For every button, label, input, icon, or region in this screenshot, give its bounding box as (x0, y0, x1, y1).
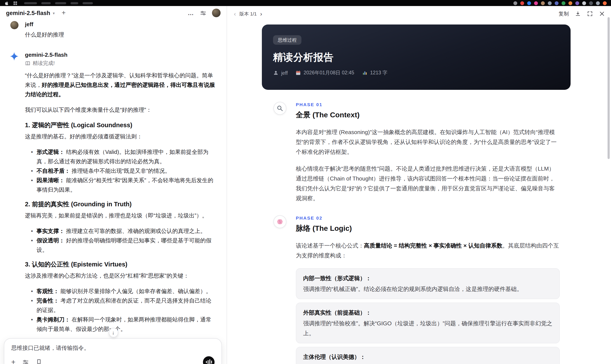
assistant-paragraph: 我们可以从以下四个维度来衡量什么是“好的推理”： (25, 105, 215, 115)
grid-icon[interactable] (13, 1, 18, 5)
bullet-item: 不自相矛盾： 推理链条中不能出现“既是又非”的情况。 (31, 166, 215, 176)
report-header-card: 思维过程 精读分析报告 jeff 2026年01月08日 02:45 (262, 25, 571, 90)
status-app-icon-10[interactable] (575, 1, 579, 5)
artifact-toolbar: ‹ 版本 1/1 › 复制 (227, 7, 611, 20)
apple-icon[interactable] (4, 1, 9, 5)
phase-content: PHASE 02脉络 (The Logic)该论述基于一个核心公式：高质量结论 … (296, 215, 560, 364)
tune-icon[interactable] (22, 359, 29, 364)
section-heading: 1. 逻辑的严密性 (Logical Soundness) (25, 121, 215, 129)
status-app-icon-5[interactable] (541, 1, 545, 5)
section-heading: 3. 认知的公正性 (Epistemic Virtues) (25, 260, 215, 269)
calendar-icon (295, 70, 301, 76)
brain-icon (273, 215, 286, 228)
message-input[interactable] (11, 345, 214, 351)
date-meta: 2026年01月08日 02:45 (295, 70, 354, 76)
chat-header: gemini-2.5-flash ▾ + … (0, 6, 226, 20)
status-app-icon-2[interactable] (520, 1, 524, 5)
composer: + (4, 338, 222, 364)
dimension-card: 外部真实性（前提基础）：强调推理的“经验校准”。解决“GIGO（垃圾进，垃圾出）… (296, 302, 560, 343)
status-app-icon-14[interactable] (603, 1, 607, 5)
menu-item[interactable] (70, 2, 78, 4)
document-view[interactable]: 思维过程 精读分析报告 jeff 2026年01月08日 02:45 (227, 20, 611, 364)
version-prev-button[interactable]: ‹ (233, 11, 237, 17)
assistant-paragraph: “什么是好的推理？”这是一个涉及逻辑学、认知科学和哲学核心的问题。简单来说，好的… (25, 71, 215, 99)
report-date: 2026年01月08日 02:45 (304, 70, 354, 76)
reading-status: 精读完成! (25, 60, 215, 67)
user-message: jeff 什么是好的推理 (0, 20, 226, 39)
artifact-actions: 复制 (558, 10, 605, 17)
author-meta: jeff (273, 70, 288, 76)
chevron-down-icon[interactable]: ▾ (53, 11, 55, 15)
bullet-item: 假设透明： 好的推理会明确指明哪些是已知事实，哪些是基于可能的假设。 (31, 236, 215, 255)
report-badge: 思维过程 (273, 35, 301, 45)
status-app-icon-1[interactable] (513, 1, 517, 5)
card-body: 强调推理的“经验校准”。解决“GIGO（垃圾进，垃圾出）”问题，确保推理引擎运行… (303, 318, 553, 338)
bookmark-icon[interactable] (36, 359, 42, 364)
attach-button[interactable]: + (11, 359, 15, 364)
message-author: jeff (25, 21, 215, 28)
phase-label: PHASE 01 (296, 102, 560, 107)
chart-icon (362, 70, 368, 76)
copy-button[interactable]: 复制 (558, 10, 569, 17)
new-chat-button[interactable]: + (62, 10, 66, 16)
search-icon (273, 102, 286, 115)
status-app-icon-3[interactable] (527, 1, 531, 5)
bullet-list: 客观性： 能够识别并尽量排除个人偏见（如幸存者偏差、确认偏差）。完备性： 考虑了… (25, 287, 215, 334)
sliders-icon[interactable] (200, 10, 206, 16)
voice-input-button[interactable] (203, 356, 214, 364)
dimension-card: 内部一致性（形式逻辑）：强调推理的“机械正确”。结论必须在给定的规则系统内逻辑自… (296, 268, 560, 299)
word-count: 1213 字 (370, 70, 388, 76)
phase-paragraph: 该论述基于一个核心公式：高质量结论 = 结构完整性 × 事实准确性 × 认知自律… (296, 241, 560, 260)
menu-item[interactable] (55, 2, 66, 4)
status-app-icon-13[interactable] (596, 1, 600, 5)
model-selector[interactable]: gemini-2.5-flash (6, 10, 50, 16)
status-app-icon-7[interactable] (555, 1, 558, 5)
more-options-button[interactable]: … (188, 10, 194, 16)
status-app-icon-11[interactable] (582, 1, 586, 5)
gemini-star-icon (10, 52, 19, 61)
report-meta: jeff 2026年01月08日 02:45 1213 字 (273, 70, 559, 76)
status-app-icon-12[interactable] (589, 1, 593, 5)
phase-title: 脉络 (The Logic) (296, 223, 560, 234)
report-title: 精读分析报告 (273, 51, 559, 64)
menu-item[interactable] (41, 2, 51, 4)
desktop: gemini-2.5-flash ▾ + … jeff 什么是好的推理 (0, 0, 611, 364)
author-name: jeff (281, 70, 288, 75)
artifact-panel: ‹ 版本 1/1 › 复制 思维过程 精读分析报告 (227, 6, 611, 364)
chat-panel: gemini-2.5-flash ▾ + … jeff 什么是好的推理 (0, 6, 227, 364)
version-next-button[interactable]: › (259, 11, 263, 17)
status-app-icon-6[interactable] (548, 1, 552, 5)
assistant-body: “什么是好的推理？”这是一个涉及逻辑学、认知科学和哲学核心的问题。简单来说，好的… (25, 71, 215, 364)
message-text: 什么是好的推理 (25, 31, 215, 39)
status-app-icon-9[interactable] (569, 1, 572, 5)
wordcount-meta: 1213 字 (362, 70, 388, 76)
card-body: 强调推理的“机械正确”。结论必须在给定的规则系统内逻辑自洽，这是推理的硬件基础。 (303, 284, 553, 294)
status-app-icon-4[interactable] (534, 1, 538, 5)
composer-actions: + (11, 356, 214, 364)
section-lead: 这是推理的基石。好的推理必须遵循逻辑法则： (25, 132, 215, 141)
close-icon[interactable] (599, 11, 605, 17)
book-icon (25, 61, 30, 66)
phase-1: PHASE 01全景 (The Context)本内容是对“推理 (Reason… (273, 102, 571, 203)
section-lead: 逻辑再完美，如果前提是错误的，推理也是垃圾（即“垃圾进，垃圾出”）。 (25, 211, 215, 221)
assistant-message: gemini-2.5-flash 精读完成! “什么是好的推理？”这是一个涉及逻… (0, 52, 226, 364)
download-icon[interactable] (575, 11, 581, 17)
menu-item[interactable] (24, 2, 37, 4)
bullet-item: 完备性： 考虑了对立的观点和潜在的反证，而不是只选择支持自己结论的证据。 (31, 296, 215, 315)
bullet-item: 客观性： 能够识别并尽量排除个人偏见（如幸存者偏差、确认偏差）。 (31, 287, 215, 296)
phase-label: PHASE 02 (296, 215, 560, 221)
menubar-app-icons (513, 1, 607, 5)
menu-item[interactable] (82, 2, 93, 4)
user-avatar[interactable] (212, 9, 221, 17)
phase-paragraph: 核心情境在于解决“思考的随意性”问题。不论是人类通过批判性思维进行决策，还是大语… (296, 164, 560, 203)
scroll-to-bottom-button[interactable]: ↓ (108, 328, 118, 337)
phase-list: PHASE 01全景 (The Context)本内容是对“推理 (Reason… (262, 102, 571, 364)
person-icon (273, 70, 279, 76)
chat-scroll-area[interactable]: jeff 什么是好的推理 gemini-2.5-flash 精读完成! (0, 20, 226, 364)
scrollbar-thumb[interactable] (608, 17, 610, 159)
app-window: gemini-2.5-flash ▾ + … jeff 什么是好的推理 (0, 6, 611, 364)
status-app-icon-8[interactable] (561, 1, 565, 5)
message-author: gemini-2.5-flash (25, 52, 215, 58)
phase-paragraph: 本内容是对“推理 (Reasoning)”这一抽象概念的高层建模。在知识爆炸与人… (296, 127, 560, 157)
expand-icon[interactable] (587, 11, 593, 17)
